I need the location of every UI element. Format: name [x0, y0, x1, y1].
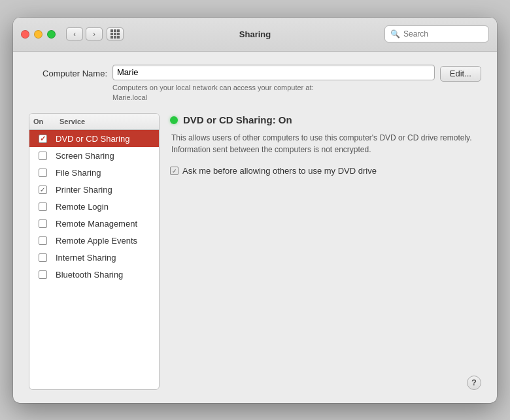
service-checkbox-remote-mgmt[interactable] [39, 219, 47, 228]
window-title: Sharing [239, 29, 271, 39]
main-panel: On Service ✓DVD or CD SharingScreen Shar… [29, 113, 481, 389]
service-item-internet[interactable]: Internet Sharing [29, 249, 159, 266]
checkbox-cell [29, 236, 56, 245]
service-checkbox-remote-apple[interactable] [39, 236, 47, 245]
service-name-file: File Sharing [56, 168, 159, 178]
service-item-screen[interactable]: Screen Sharing [29, 147, 159, 164]
service-name-internet: Internet Sharing [56, 253, 159, 263]
service-name-bluetooth: Bluetooth Sharing [56, 270, 159, 280]
list-header: On Service [29, 114, 159, 130]
search-icon: 🔍 [390, 29, 400, 39]
service-item-printer[interactable]: ✓Printer Sharing [29, 181, 159, 198]
minimize-button[interactable] [34, 30, 42, 39]
computer-name-section: Computer Name: Computers on your local n… [29, 65, 481, 103]
list-items: ✓DVD or CD SharingScreen SharingFile Sha… [29, 130, 159, 283]
service-checkbox-screen[interactable] [39, 152, 47, 160]
service-checkbox-dvd-cd[interactable]: ✓ [39, 135, 47, 143]
service-item-remote-apple[interactable]: Remote Apple Events [29, 232, 159, 249]
service-title: DVD or CD Sharing: On [183, 114, 292, 125]
grid-icon [110, 29, 120, 39]
service-checkbox-remote-login[interactable] [39, 202, 47, 211]
main-window: ‹ › Sharing 🔍 Computer Name: [13, 18, 497, 403]
col-on-header: On [29, 116, 56, 127]
checkbox-cell [29, 169, 56, 177]
back-button[interactable]: ‹ [66, 27, 83, 40]
titlebar: ‹ › Sharing 🔍 [13, 18, 497, 52]
status-dot [170, 116, 178, 124]
checkbox-cell [29, 152, 56, 160]
checkbox-cell [29, 270, 56, 279]
computer-name-input[interactable] [112, 65, 435, 80]
grid-button[interactable] [107, 27, 124, 40]
service-checkbox-file[interactable] [39, 169, 47, 177]
service-item-remote-login[interactable]: Remote Login [29, 198, 159, 215]
traffic-lights [21, 30, 56, 39]
service-title-row: DVD or CD Sharing: On [170, 114, 481, 125]
forward-button[interactable]: › [86, 27, 103, 40]
checkbox-cell [29, 219, 56, 228]
checkbox-cell [29, 253, 56, 262]
name-row [112, 65, 435, 80]
service-item-remote-mgmt[interactable]: Remote Management [29, 215, 159, 232]
service-name-dvd-cd: DVD or CD Sharing [56, 134, 159, 144]
service-item-bluetooth[interactable]: Bluetooth Sharing [29, 266, 159, 283]
local-access-text: Computers on your local network can acce… [112, 83, 435, 103]
content-area: Computer Name: Computers on your local n… [13, 52, 497, 403]
service-name-remote-mgmt: Remote Management [56, 219, 159, 229]
help-button[interactable]: ? [467, 376, 481, 390]
service-checkbox-internet[interactable] [39, 253, 47, 262]
option-label: Ask me before allowing others to use my … [182, 166, 377, 176]
maximize-button[interactable] [47, 30, 56, 39]
col-service-header: Service [56, 116, 159, 127]
dvd-ask-checkbox[interactable]: ✓ [170, 167, 178, 175]
service-name-remote-login: Remote Login [56, 202, 159, 212]
computer-name-label: Computer Name: [29, 65, 107, 78]
close-button[interactable] [21, 30, 29, 39]
detail-panel: DVD or CD Sharing: On This allows users … [170, 113, 481, 389]
services-list: On Service ✓DVD or CD SharingScreen Shar… [29, 113, 160, 389]
service-item-file[interactable]: File Sharing [29, 164, 159, 181]
search-input[interactable] [403, 29, 483, 39]
service-item-dvd-cd[interactable]: ✓DVD or CD Sharing [29, 130, 159, 147]
computer-name-right: Computers on your local network can acce… [112, 65, 435, 103]
checkbox-cell: ✓ [29, 135, 56, 143]
edit-button[interactable]: Edit... [440, 66, 481, 82]
search-box[interactable]: 🔍 [384, 25, 489, 42]
option-row: ✓ Ask me before allowing others to use m… [170, 166, 481, 176]
checkbox-cell: ✓ [29, 186, 56, 194]
service-description: This allows users of other computers to … [170, 132, 481, 155]
service-checkbox-bluetooth[interactable] [39, 270, 47, 279]
service-name-printer: Printer Sharing [56, 185, 159, 195]
service-checkbox-printer[interactable]: ✓ [39, 186, 47, 194]
checkbox-cell [29, 202, 56, 211]
service-name-screen: Screen Sharing [56, 151, 159, 161]
nav-buttons: ‹ › [66, 27, 103, 40]
service-name-remote-apple: Remote Apple Events [56, 236, 159, 246]
